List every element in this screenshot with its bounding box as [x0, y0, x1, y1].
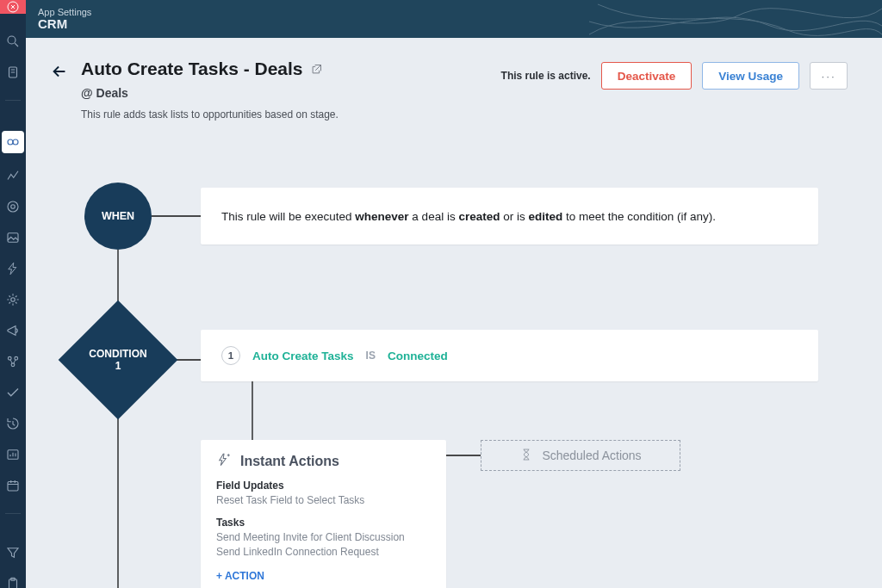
- calendar-icon[interactable]: [4, 477, 22, 494]
- svg-rect-13: [8, 482, 18, 492]
- breadcrumb: App Settings: [38, 7, 91, 17]
- condition-operator: IS: [366, 350, 376, 362]
- target-icon[interactable]: [4, 198, 22, 215]
- add-action-button[interactable]: + ACTION: [216, 570, 431, 582]
- when-text: This rule will be executed whenever a de…: [221, 210, 716, 223]
- clipboard-icon[interactable]: [4, 575, 22, 588]
- condition-number: 1: [115, 360, 121, 372]
- scheduled-actions-title: Scheduled Actions: [542, 449, 641, 462]
- page-title: Auto Create Tasks - Deals: [81, 59, 303, 79]
- settings-gear-icon[interactable]: [4, 291, 22, 308]
- task-item[interactable]: Send Meeting Invite for Client Discussio…: [216, 531, 431, 543]
- history-icon[interactable]: [4, 415, 22, 432]
- view-usage-button[interactable]: View Usage: [702, 62, 799, 90]
- when-card[interactable]: This rule will be executed whenever a de…: [201, 188, 818, 244]
- svg-point-11: [11, 363, 15, 367]
- condition-value: Connected: [388, 350, 448, 362]
- report-icon[interactable]: [4, 446, 22, 463]
- instant-actions-card[interactable]: Instant Actions Field Updates Reset Task…: [201, 440, 446, 588]
- svg-point-10: [15, 356, 18, 360]
- instant-actions-title: Instant Actions: [240, 454, 339, 469]
- when-node[interactable]: WHEN: [84, 183, 152, 250]
- svg-point-4: [13, 139, 18, 145]
- condition-node[interactable]: CONDITION 1: [76, 318, 160, 402]
- rule-description: This rule adds task lists to opportuniti…: [81, 108, 339, 121]
- field-update-item[interactable]: Reset Task Field to Select Tasks: [216, 494, 431, 506]
- svg-point-9: [8, 356, 11, 360]
- svg-point-3: [8, 139, 13, 145]
- hourglass-icon: [519, 448, 533, 464]
- back-arrow-icon[interactable]: [50, 62, 69, 81]
- open-external-icon[interactable]: [310, 63, 323, 76]
- module-name: @ Deals: [81, 86, 339, 100]
- approve-icon[interactable]: [4, 384, 22, 401]
- tasks-label: Tasks: [216, 517, 431, 529]
- left-rail: [0, 0, 26, 588]
- app-name: CRM: [38, 17, 91, 32]
- condition-field: Auto Create Tasks: [252, 350, 354, 362]
- analytics-icon[interactable]: [4, 167, 22, 184]
- svg-point-1: [8, 36, 16, 44]
- svg-point-8: [11, 298, 16, 302]
- document-icon[interactable]: [4, 64, 22, 81]
- topbar: App Settings CRM: [26, 0, 882, 38]
- org-icon[interactable]: [4, 353, 22, 370]
- scheduled-actions-box[interactable]: Scheduled Actions: [481, 440, 680, 471]
- filter-icon[interactable]: [4, 544, 22, 561]
- condition-card[interactable]: 1 Auto Create Tasks IS Connected: [201, 330, 818, 381]
- topbar-decoration: [589, 0, 882, 38]
- deactivate-button[interactable]: Deactivate: [601, 62, 693, 90]
- svg-point-5: [8, 201, 18, 212]
- condition-label: CONDITION: [89, 348, 146, 360]
- svg-rect-7: [8, 233, 18, 243]
- field-updates-label: Field Updates: [216, 480, 431, 492]
- lightning-icon[interactable]: [4, 260, 22, 277]
- svg-point-6: [11, 205, 16, 209]
- condition-index: 1: [221, 346, 240, 365]
- search-icon[interactable]: [4, 33, 22, 50]
- more-actions-button[interactable]: ···: [810, 62, 848, 90]
- image-icon[interactable]: [4, 229, 22, 246]
- task-item[interactable]: Send LinkedIn Connection Request: [216, 546, 431, 558]
- close-settings-button[interactable]: [0, 0, 26, 14]
- campaign-icon[interactable]: [4, 322, 22, 339]
- lightning-plus-icon: [216, 452, 232, 471]
- when-label: WHEN: [102, 210, 134, 222]
- rule-active-text: This rule is active.: [501, 70, 591, 82]
- automation-icon[interactable]: [2, 131, 24, 153]
